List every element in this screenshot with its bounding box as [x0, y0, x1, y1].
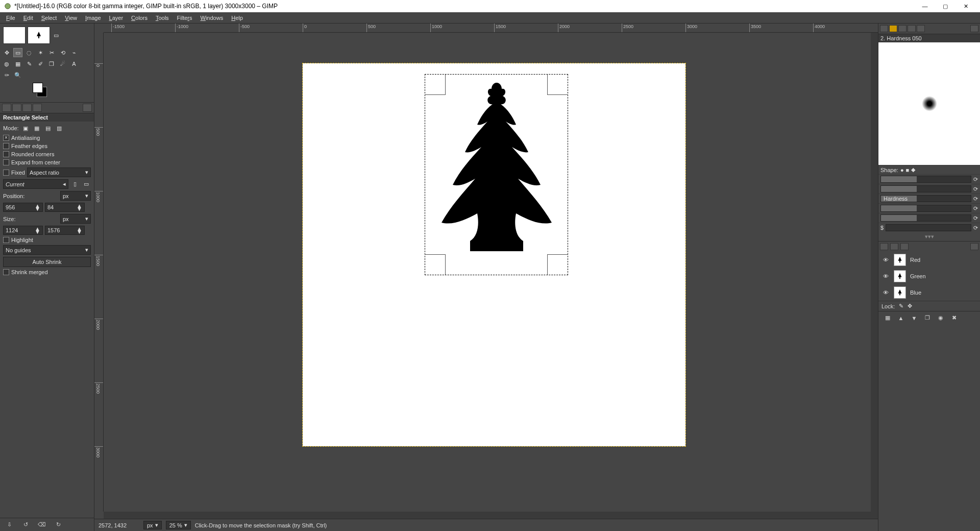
status-zoom-dropdown[interactable]: 25 %▾	[166, 521, 191, 529]
rectangle-select-tool-icon[interactable]: ▭	[13, 48, 22, 57]
reset-icon[interactable]: ↻	[54, 521, 62, 529]
menu-image[interactable]: Image	[81, 14, 105, 22]
path-tool-icon[interactable]: ✑	[2, 70, 11, 80]
brush-preview[interactable]	[878, 42, 980, 165]
aspect-slider[interactable]	[880, 205, 971, 212]
free-select-tool-icon[interactable]: ◌	[24, 48, 34, 57]
zoom-tool-icon[interactable]: 🔍	[13, 70, 22, 80]
menu-colors[interactable]: Colors	[127, 14, 152, 22]
tab-menu-icon[interactable]	[83, 104, 92, 112]
undo-history-tab-icon[interactable]	[22, 104, 32, 112]
bucket-fill-tool-icon[interactable]: ◍	[2, 59, 11, 68]
antialias-checkbox[interactable]	[3, 135, 9, 141]
ruler-horizontal[interactable]: -1500-1000-50005001000150020002500300035…	[104, 23, 878, 33]
menu-file[interactable]: File	[2, 14, 19, 22]
fixed-checkbox[interactable]	[3, 170, 9, 176]
history-tab-icon[interactable]	[908, 25, 916, 32]
paintbrush-tool-icon[interactable]: ✎	[24, 59, 34, 68]
fonts-tab-icon[interactable]	[898, 25, 906, 32]
menu-layer[interactable]: Layer	[105, 14, 128, 22]
viewport[interactable]	[104, 33, 871, 512]
menu-edit[interactable]: Edit	[19, 14, 37, 22]
menu-filters[interactable]: Filters	[173, 14, 197, 22]
mode-subtract-icon[interactable]: ▤	[43, 124, 53, 133]
spikes-slider[interactable]	[880, 185, 971, 192]
mode-add-icon[interactable]: ▦	[32, 124, 41, 133]
brushes-tab-icon[interactable]	[880, 25, 888, 32]
lower-channel-icon[interactable]: ▼	[910, 314, 918, 322]
transform-tool-icon[interactable]: ⟲	[58, 48, 67, 57]
tab-menu-icon[interactable]	[970, 25, 978, 32]
reset-icon[interactable]: ⟳	[973, 186, 978, 192]
reset-icon[interactable]: ⟳	[973, 225, 978, 231]
menu-view[interactable]: View	[61, 14, 81, 22]
fixed-value-field[interactable]: Current◂	[3, 179, 68, 189]
restore-preset-icon[interactable]: ↺	[21, 521, 30, 529]
scrollbar-horizontal[interactable]	[104, 512, 878, 519]
lock-pixels-icon[interactable]: ✎	[899, 303, 903, 309]
warp-tool-icon[interactable]: ⌁	[69, 48, 79, 57]
spacing-slider[interactable]	[886, 224, 971, 231]
duplicate-channel-icon[interactable]: ❐	[923, 314, 932, 322]
image-tab-1[interactable]	[3, 27, 26, 44]
ruler-vertical[interactable]: 050010001500200025003000	[94, 33, 104, 512]
mode-intersect-icon[interactable]: ▥	[55, 124, 64, 133]
text-tool-icon[interactable]: A	[69, 59, 79, 68]
menu-select[interactable]: Select	[37, 14, 61, 22]
patterns-tab-icon[interactable]	[889, 25, 897, 32]
expand-checkbox[interactable]	[3, 159, 9, 165]
eraser-tool-icon[interactable]: ✐	[36, 59, 45, 68]
images-tab-icon[interactable]	[33, 104, 42, 112]
reset-icon[interactable]: ⟳	[973, 205, 978, 212]
angle-slider[interactable]	[880, 214, 971, 222]
auto-shrink-button[interactable]: Auto Shrink	[3, 257, 91, 267]
clone-tool-icon[interactable]: ❐	[47, 59, 56, 68]
size-h-input[interactable]: 1576▲▼	[45, 226, 85, 235]
maximize-button[interactable]: ▢	[935, 0, 955, 12]
channels-tab-icon[interactable]	[890, 243, 898, 250]
landscape-icon[interactable]: ▭	[82, 180, 91, 189]
feather-checkbox[interactable]	[3, 143, 9, 149]
guides-dropdown[interactable]: No guides▾	[3, 245, 91, 255]
tool-options-tab-icon[interactable]	[2, 104, 11, 112]
raise-channel-icon[interactable]: ▲	[897, 314, 905, 322]
size-w-input[interactable]: 1124▲▼	[3, 226, 43, 235]
crop-tool-icon[interactable]: ✂	[47, 48, 56, 57]
channel-item[interactable]: 👁Blue	[878, 284, 980, 301]
move-tool-icon[interactable]: ✥	[2, 48, 11, 57]
close-button[interactable]: ✕	[955, 0, 976, 12]
fixed-mode-dropdown[interactable]: Aspect ratio▾	[27, 167, 91, 177]
to-selection-icon[interactable]: ◉	[937, 314, 945, 322]
position-y-input[interactable]: 84▲▼	[45, 203, 85, 212]
shape-square-icon[interactable]: ■	[906, 167, 910, 173]
paint-dynamics-tab-icon[interactable]	[917, 25, 925, 32]
reset-icon[interactable]: ⟳	[973, 176, 978, 183]
gradient-tool-icon[interactable]: ▦	[13, 59, 22, 68]
layers-tab-icon[interactable]	[880, 243, 888, 250]
delete-channel-icon[interactable]: ✖	[950, 314, 958, 322]
menu-help[interactable]: Help	[227, 14, 247, 22]
visibility-icon[interactable]: 👁	[881, 289, 890, 296]
image-tab-2[interactable]	[28, 27, 50, 44]
menu-tools[interactable]: Tools	[152, 14, 173, 22]
shape-diamond-icon[interactable]: ◆	[911, 166, 915, 173]
smudge-tool-icon[interactable]: ☄	[58, 59, 67, 68]
new-channel-icon[interactable]: ▦	[884, 314, 892, 322]
position-unit-dropdown[interactable]: px▾	[60, 191, 91, 201]
shrink-merged-checkbox[interactable]	[3, 269, 9, 275]
mode-replace-icon[interactable]: ▣	[21, 124, 30, 133]
close-tab-icon[interactable]: ▭	[52, 31, 60, 39]
lock-position-icon[interactable]: ✥	[908, 303, 912, 309]
minimize-button[interactable]: ―	[915, 0, 935, 12]
position-x-input[interactable]: 956▲▼	[3, 203, 43, 212]
portrait-icon[interactable]: ▯	[70, 180, 80, 189]
reset-icon[interactable]: ⟳	[973, 196, 978, 202]
channel-item[interactable]: 👁Green	[878, 268, 980, 284]
visibility-icon[interactable]: 👁	[881, 257, 890, 263]
channel-item[interactable]: 👁Red	[878, 252, 980, 268]
menu-windows[interactable]: Windows	[197, 14, 228, 22]
delete-preset-icon[interactable]: ⌫	[38, 521, 46, 529]
color-swatch[interactable]	[33, 83, 53, 98]
reset-icon[interactable]: ⟳	[973, 215, 978, 222]
status-unit-dropdown[interactable]: px▾	[143, 521, 162, 529]
